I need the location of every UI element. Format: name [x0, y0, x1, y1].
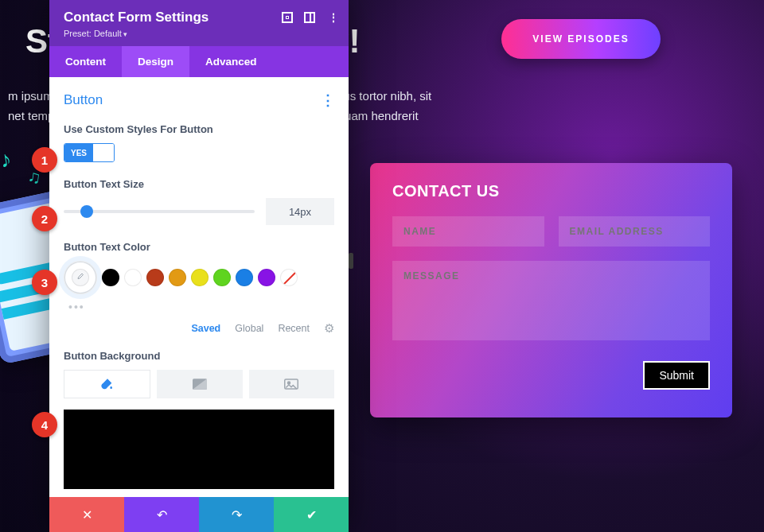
gradient-icon — [193, 379, 207, 390]
background-color-preview[interactable] — [64, 410, 334, 489]
name-input[interactable] — [392, 216, 544, 247]
view-episodes-button[interactable]: VIEW EPISODES — [501, 19, 661, 59]
swatch-orange[interactable] — [169, 269, 186, 286]
palette-settings-gear-icon[interactable]: ⚙ — [324, 321, 334, 336]
palette-tab-saved[interactable]: Saved — [191, 323, 220, 334]
music-note-icon: ♪ — [0, 146, 14, 173]
toggle-knob — [93, 144, 114, 161]
callout-marker-2: 2 — [32, 206, 57, 231]
slider-thumb[interactable] — [80, 205, 93, 218]
undo-button[interactable]: ↶ — [124, 497, 199, 532]
check-icon: ✔ — [306, 507, 317, 522]
section-more-icon[interactable]: ⋮ — [321, 91, 334, 109]
eyedropper-icon — [72, 269, 89, 286]
settings-panel: Contact Form Settings Preset: Default ⋮ … — [49, 0, 349, 532]
text-size-value-input[interactable] — [266, 198, 334, 225]
layout-icon[interactable] — [304, 12, 315, 23]
panel-footer: ✕ ↶ ↷ ✔ — [49, 497, 349, 532]
swatch-brown[interactable] — [146, 269, 164, 286]
paragraph-frag-1a: m ipsum — [8, 89, 53, 103]
redo-button[interactable]: ↷ — [199, 497, 274, 532]
text-color-label: Button Text Color — [64, 241, 334, 253]
color-swatch-row — [64, 261, 334, 294]
undo-icon: ↶ — [157, 507, 167, 522]
callout-marker-3: 3 — [32, 270, 57, 295]
more-colors-icon[interactable]: ••• — [68, 301, 334, 313]
contact-title: CONTACT US — [392, 182, 710, 200]
more-menu-icon[interactable]: ⋮ — [326, 11, 339, 24]
contact-form-card: CONTACT US Submit — [370, 163, 732, 417]
palette-tab-global[interactable]: Global — [235, 323, 263, 334]
palette-tabs: Saved Global Recent ⚙ — [64, 321, 334, 336]
svg-point-2 — [288, 382, 290, 384]
tab-design[interactable]: Design — [122, 46, 189, 77]
panel-header: Contact Form Settings Preset: Default ⋮ — [49, 0, 349, 46]
swatch-purple[interactable] — [258, 269, 275, 286]
swatch-transparent[interactable] — [280, 269, 298, 286]
swatch-green[interactable] — [213, 269, 231, 286]
panel-tabs: Content Design Advanced — [49, 46, 349, 77]
text-size-label: Button Text Size — [64, 178, 334, 190]
palette-tab-recent[interactable]: Recent — [278, 323, 310, 334]
swatch-white[interactable] — [124, 269, 142, 286]
close-icon: ✕ — [82, 507, 92, 522]
section-title-button[interactable]: Button — [64, 92, 103, 108]
callout-marker-1: 1 — [32, 147, 57, 173]
bg-tab-gradient[interactable] — [157, 370, 242, 398]
color-picker-button[interactable] — [64, 261, 97, 294]
paragraph-frag-2b: quam hendrerit — [338, 109, 419, 122]
swatch-blue[interactable] — [236, 269, 253, 286]
panel-scrollbar-thumb[interactable] — [349, 253, 353, 269]
paragraph-frag-2a: net temp — [8, 109, 54, 122]
message-input[interactable] — [392, 261, 710, 340]
cancel-button[interactable]: ✕ — [49, 497, 124, 532]
custom-styles-label: Use Custom Styles For Button — [64, 123, 334, 135]
bg-tab-image[interactable] — [249, 370, 334, 398]
toggle-yes-label: YES — [64, 144, 93, 161]
tab-content[interactable]: Content — [49, 46, 122, 77]
save-button[interactable]: ✔ — [274, 497, 349, 532]
redo-icon: ↷ — [232, 507, 242, 522]
swatch-black[interactable] — [102, 269, 119, 286]
paint-bucket-icon — [101, 378, 114, 390]
text-size-slider[interactable] — [64, 210, 255, 213]
submit-button-label: Submit — [645, 363, 708, 388]
custom-styles-toggle[interactable]: YES — [64, 143, 115, 162]
swatch-yellow[interactable] — [191, 269, 209, 286]
expand-icon[interactable] — [282, 12, 293, 23]
background-type-tabs — [64, 370, 334, 398]
tab-advanced[interactable]: Advanced — [189, 46, 273, 77]
panel-body: Button ⋮ Use Custom Styles For Button YE… — [49, 77, 349, 497]
bg-tab-color[interactable] — [64, 370, 150, 398]
preset-dropdown[interactable]: Preset: Default — [64, 29, 334, 38]
submit-button[interactable]: Submit — [643, 361, 710, 390]
image-icon — [284, 379, 298, 390]
button-background-label: Button Background — [64, 350, 334, 362]
paragraph-frag-1b: rius tortor nibh, sit — [337, 89, 431, 103]
email-input[interactable] — [559, 216, 711, 247]
callout-marker-4: 4 — [32, 412, 57, 437]
